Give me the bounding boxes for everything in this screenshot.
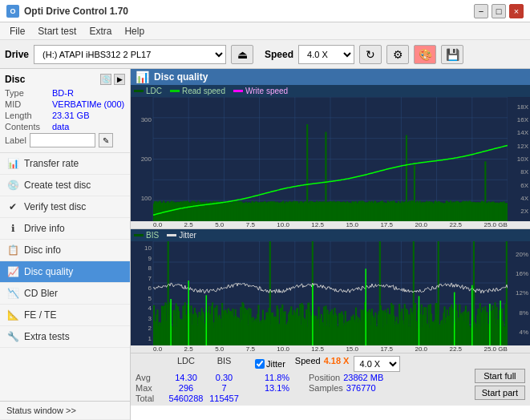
disc-length-row: Length 23.31 GB <box>5 111 125 120</box>
nav-label-disc-info: Disc info <box>24 244 61 256</box>
drive-select[interactable]: (H:) ATAPI iHBS312 2 PL17 <box>34 45 226 64</box>
speed-select-stats[interactable]: 4.0 X <box>354 356 400 372</box>
nav-items: 📊Transfer rate💿Create test disc✔Verify t… <box>0 153 130 401</box>
drive-label: Drive <box>5 49 29 60</box>
legend-ldc: LDC <box>134 87 162 95</box>
nav-icon-verify-test-disc: ✔ <box>6 200 19 213</box>
stats-bar: LDC BIS Jitter Speed 4.18 X 4.0 X Avg 14 <box>131 353 530 406</box>
drive-bar: Drive (H:) ATAPI iHBS312 2 PL17 ⏏ Speed … <box>0 40 530 69</box>
avg-jitter: 11.8% <box>255 373 299 382</box>
disc-header: Disc 💿 ▶ <box>5 74 125 85</box>
menu-help[interactable]: Help <box>118 24 151 38</box>
samples-value: 376770 <box>346 383 376 393</box>
sidebar-item-create-test-disc[interactable]: 💿Create test disc <box>0 175 130 196</box>
nav-label-cd-bler: CD Bler <box>24 288 58 299</box>
chart-legend-top: LDC Read speed Write speed <box>131 85 530 97</box>
x-axis-bottom: 0.02.55.07.510.012.515.017.520.022.525.0… <box>131 345 530 353</box>
nav-label-drive-info: Drive info <box>24 223 65 234</box>
jitter-checkbox-row: Jitter <box>255 356 285 372</box>
chart-header: 📊 Disc quality <box>131 69 530 85</box>
eject-button[interactable]: ⏏ <box>231 45 253 64</box>
app-icon: O <box>6 5 19 18</box>
speed-value: 4.18 X <box>324 356 350 372</box>
sidebar-item-disc-info[interactable]: 📋Disc info <box>0 240 130 261</box>
bottom-chart: 20%16%12%8%4% 10987654321 <box>131 241 530 345</box>
bottom-chart-canvas <box>131 241 530 345</box>
legend-bis-color <box>134 234 144 236</box>
legend-read-speed: Read speed <box>170 87 225 95</box>
nav-icon-drive-info: ℹ <box>6 222 19 235</box>
nav-icon-create-test-disc: 💿 <box>6 179 19 192</box>
disc-mid-row: MID VERBATIMe (000) <box>5 99 125 109</box>
stats-total-row: Total 5460288 115457 <box>136 394 468 403</box>
disc-contents-row: Contents data <box>5 122 125 131</box>
stats-table: LDC BIS Jitter Speed 4.18 X 4.0 X Avg 14 <box>136 356 468 403</box>
color-button[interactable]: 🎨 <box>414 45 436 64</box>
stats-header-row: LDC BIS Jitter Speed 4.18 X 4.0 X <box>136 356 468 372</box>
disc-icon-1[interactable]: 💿 <box>100 74 111 85</box>
status-window-link[interactable]: Status window >> <box>0 401 130 420</box>
stats-max-row: Max 296 7 13.1% Samples 376770 <box>136 383 468 393</box>
sidebar-item-fe-te[interactable]: 📐FE / TE <box>0 305 130 326</box>
disc-label-edit-button[interactable]: ✎ <box>99 133 113 147</box>
sidebar-item-cd-bler[interactable]: 📉CD Bler <box>0 283 130 305</box>
status-window-label: Status window >> <box>6 406 76 415</box>
nav-label-transfer-rate: Transfer rate <box>24 158 79 169</box>
minimize-button[interactable]: − <box>474 4 488 18</box>
disc-section: Disc 💿 ▶ Type BD-R MID VERBATIMe (000) L… <box>0 69 130 153</box>
disc-label-input[interactable] <box>30 133 95 147</box>
menu-bar: File Start test Extra Help <box>0 22 530 40</box>
maximize-button[interactable]: □ <box>492 4 506 18</box>
save-button[interactable]: 💾 <box>441 45 463 64</box>
close-button[interactable]: × <box>509 4 524 18</box>
refresh-button[interactable]: ↻ <box>359 45 382 64</box>
chart-legend-bottom: BIS Jitter <box>131 229 530 241</box>
main-layout: Disc 💿 ▶ Type BD-R MID VERBATIMe (000) L… <box>0 69 530 420</box>
nav-label-extra-tests: Extra tests <box>24 331 70 342</box>
start-part-button[interactable]: Start part <box>475 386 525 400</box>
bottom-left-axis: 10987654321 <box>131 241 153 345</box>
sidebar-item-disc-quality[interactable]: 📈Disc quality <box>0 261 130 283</box>
menu-start-test[interactable]: Start test <box>31 24 83 38</box>
title-bar-controls: − □ × <box>474 4 524 18</box>
jitter-checkbox[interactable] <box>255 359 265 369</box>
start-full-button[interactable]: Start full <box>475 369 525 383</box>
legend-ldc-color <box>134 90 144 92</box>
legend-read-color <box>170 90 180 92</box>
nav-label-disc-quality: Disc quality <box>24 266 73 277</box>
disc-icon-2[interactable]: ▶ <box>114 74 125 85</box>
app-title: Opti Drive Control 1.70 <box>24 6 128 17</box>
nav-label-verify-test-disc: Verify test disc <box>24 201 86 212</box>
settings-button[interactable]: ⚙ <box>386 45 409 64</box>
legend-write-color <box>233 90 243 92</box>
bottom-right-axis: 20%16%12%8%4% <box>508 241 530 345</box>
speed-label: Speed <box>265 49 293 60</box>
nav-icon-fe-te: 📐 <box>6 309 19 321</box>
sidebar-item-drive-info[interactable]: ℹDrive info <box>0 218 130 240</box>
top-left-axis: 300200100 <box>131 97 153 221</box>
max-jitter: 13.1% <box>255 383 299 393</box>
disc-type-row: Type BD-R <box>5 88 125 98</box>
stats-avg-row: Avg 14.30 0.30 11.8% Position 23862 MB <box>136 373 468 382</box>
chart-title: Disc quality <box>154 71 208 83</box>
nav-icon-cd-bler: 📉 <box>6 287 19 300</box>
disc-label-row: Label ✎ <box>5 133 125 147</box>
nav-icon-transfer-rate: 📊 <box>6 157 19 170</box>
top-chart-canvas <box>131 97 530 221</box>
sidebar: Disc 💿 ▶ Type BD-R MID VERBATIMe (000) L… <box>0 69 131 420</box>
menu-extra[interactable]: Extra <box>83 24 118 38</box>
legend-jitter: Jitter <box>167 231 196 240</box>
nav-icon-disc-quality: 📈 <box>6 265 19 278</box>
sidebar-item-transfer-rate[interactable]: 📊Transfer rate <box>0 153 130 175</box>
top-right-axis: 18X16X14X12X10X8X6X4X2X <box>508 97 530 221</box>
x-axis-top: 0.02.55.07.510.012.515.017.520.022.525.0… <box>131 221 530 229</box>
menu-file[interactable]: File <box>3 24 31 38</box>
nav-label-fe-te: FE / TE <box>24 309 56 321</box>
legend-write-speed: Write speed <box>233 87 288 95</box>
speed-select[interactable]: 4.0 X <box>298 45 354 64</box>
title-bar-left: O Opti Drive Control 1.70 <box>6 5 128 18</box>
chart-icon: 📊 <box>136 71 149 83</box>
sidebar-item-verify-test-disc[interactable]: ✔Verify test disc <box>0 196 130 218</box>
nav-icon-extra-tests: 🔧 <box>6 330 19 343</box>
sidebar-item-extra-tests[interactable]: 🔧Extra tests <box>0 326 130 348</box>
